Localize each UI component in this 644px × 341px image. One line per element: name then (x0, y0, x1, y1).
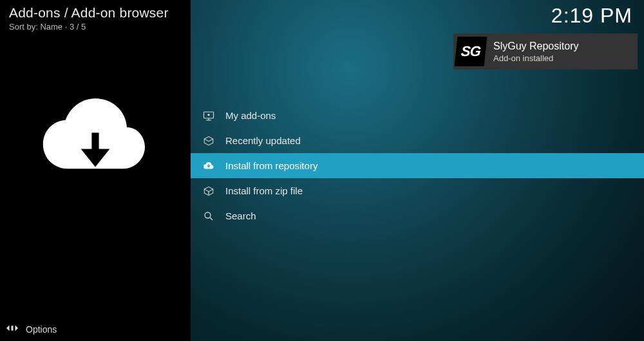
clock: 2:19 PM (551, 4, 632, 28)
menu-item-label: My add-ons (225, 110, 276, 121)
sidebar: Add-ons / Add-on browser Sort by: Name ·… (0, 0, 191, 341)
content: 2:19 PM SG SlyGuy Repository Add-on inst… (191, 0, 644, 341)
options-expand-icon (6, 324, 18, 335)
menu-item-label: Search (225, 210, 256, 221)
section-icon-wrap (9, 89, 182, 182)
sort-sep: · (62, 22, 70, 32)
menu-item-install-from-zip[interactable]: Install from zip file (191, 178, 644, 203)
zip-file-icon (202, 185, 215, 198)
search-icon (202, 210, 215, 223)
menu-item-label: Recently updated (225, 135, 301, 146)
svg-marker-1 (15, 326, 19, 331)
svg-rect-2 (12, 326, 14, 331)
breadcrumb: Add-ons / Add-on browser (9, 5, 182, 21)
menu-item-search[interactable]: Search (191, 203, 644, 228)
menu-item-label: Install from repository (225, 160, 317, 171)
options-bar[interactable]: Options (0, 318, 191, 341)
menu-item-label: Install from zip file (225, 185, 303, 196)
sort-prefix: Sort by: (9, 22, 40, 32)
svg-line-11 (210, 217, 213, 220)
notification-toast[interactable]: SG SlyGuy Repository Add-on installed (453, 33, 638, 69)
cloud-download-icon (41, 89, 150, 182)
open-box-icon (202, 134, 215, 147)
sort-field: Name (40, 22, 62, 32)
list-position: 3 / 5 (70, 22, 86, 32)
menu-list: My add-ons Recently updated Install from… (191, 103, 644, 228)
menu-item-my-addons[interactable]: My add-ons (191, 103, 644, 128)
menu-item-install-from-repository[interactable]: Install from repository (191, 153, 644, 178)
svg-marker-0 (6, 326, 10, 331)
monitor-icon (202, 109, 215, 122)
svg-point-6 (207, 113, 209, 115)
notification-badge: SG (455, 37, 488, 66)
options-label: Options (26, 324, 57, 335)
menu-item-recently-updated[interactable]: Recently updated (191, 128, 644, 153)
notification-text: SlyGuy Repository Add-on installed (493, 41, 579, 63)
svg-point-10 (205, 212, 211, 218)
sort-line: Sort by: Name · 3 / 5 (9, 22, 182, 32)
notification-title: SlyGuy Repository (493, 41, 579, 52)
cloud-download-small-icon (202, 160, 215, 172)
notification-subtitle: Add-on installed (493, 53, 579, 63)
